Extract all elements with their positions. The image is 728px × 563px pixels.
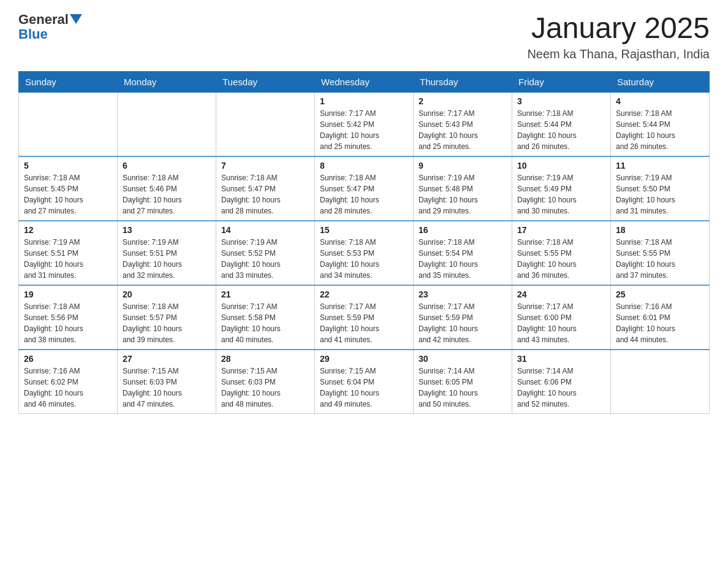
location-subtitle: Neem ka Thana, Rajasthan, India [527,47,710,61]
calendar-day: 24Sunrise: 7:17 AM Sunset: 6:00 PM Dayli… [512,285,611,350]
logo: General Blue [18,12,82,42]
day-header-friday: Friday [512,71,611,92]
day-info: Sunrise: 7:18 AM Sunset: 5:44 PM Dayligh… [517,108,605,152]
day-info: Sunrise: 7:17 AM Sunset: 5:43 PM Dayligh… [419,108,507,152]
calendar-day: 27Sunrise: 7:15 AM Sunset: 6:03 PM Dayli… [118,350,216,414]
day-number: 19 [24,289,112,299]
calendar-day: 21Sunrise: 7:17 AM Sunset: 5:58 PM Dayli… [216,285,315,350]
calendar-day [118,92,216,156]
day-info: Sunrise: 7:15 AM Sunset: 6:03 PM Dayligh… [123,366,211,410]
calendar-header: SundayMondayTuesdayWednesdayThursdayFrid… [19,71,710,92]
day-number: 29 [320,354,408,364]
calendar-day: 8Sunrise: 7:18 AM Sunset: 5:47 PM Daylig… [315,156,414,221]
calendar-day: 17Sunrise: 7:18 AM Sunset: 5:55 PM Dayli… [512,221,611,285]
day-number: 14 [221,225,309,235]
day-number: 8 [320,161,408,170]
day-info: Sunrise: 7:18 AM Sunset: 5:46 PM Dayligh… [123,172,211,216]
day-info: Sunrise: 7:17 AM Sunset: 5:42 PM Dayligh… [320,108,408,152]
calendar-day: 15Sunrise: 7:18 AM Sunset: 5:53 PM Dayli… [315,221,414,285]
day-info: Sunrise: 7:19 AM Sunset: 5:49 PM Dayligh… [517,172,605,216]
day-number: 5 [24,161,112,170]
day-info: Sunrise: 7:18 AM Sunset: 5:47 PM Dayligh… [320,172,408,216]
day-number: 25 [616,289,704,299]
logo-blue-text: Blue [18,26,48,42]
calendar-day: 23Sunrise: 7:17 AM Sunset: 5:59 PM Dayli… [414,285,512,350]
day-number: 26 [24,354,112,364]
day-info: Sunrise: 7:19 AM Sunset: 5:52 PM Dayligh… [221,237,309,281]
day-info: Sunrise: 7:18 AM Sunset: 5:47 PM Dayligh… [221,172,309,216]
day-number: 18 [616,225,704,235]
calendar-day: 25Sunrise: 7:16 AM Sunset: 6:01 PM Dayli… [611,285,710,350]
calendar-day: 31Sunrise: 7:14 AM Sunset: 6:06 PM Dayli… [512,350,611,414]
day-number: 6 [123,161,211,170]
day-header-monday: Monday [118,71,216,92]
day-info: Sunrise: 7:17 AM Sunset: 6:00 PM Dayligh… [517,301,605,345]
day-info: Sunrise: 7:19 AM Sunset: 5:50 PM Dayligh… [616,172,704,216]
day-info: Sunrise: 7:14 AM Sunset: 6:06 PM Dayligh… [517,366,605,410]
day-header-wednesday: Wednesday [315,71,414,92]
day-number: 22 [320,289,408,299]
calendar-week-2: 5Sunrise: 7:18 AM Sunset: 5:45 PM Daylig… [19,156,710,221]
day-info: Sunrise: 7:14 AM Sunset: 6:05 PM Dayligh… [419,366,507,410]
calendar-week-4: 19Sunrise: 7:18 AM Sunset: 5:56 PM Dayli… [19,285,710,350]
day-number: 27 [123,354,211,364]
calendar-day: 26Sunrise: 7:16 AM Sunset: 6:02 PM Dayli… [19,350,118,414]
day-number: 3 [517,96,605,106]
day-number: 17 [517,225,605,235]
day-number: 30 [419,354,507,364]
day-number: 20 [123,289,211,299]
calendar-day: 4Sunrise: 7:18 AM Sunset: 5:44 PM Daylig… [611,92,710,156]
day-info: Sunrise: 7:18 AM Sunset: 5:55 PM Dayligh… [616,237,704,281]
day-info: Sunrise: 7:18 AM Sunset: 5:53 PM Dayligh… [320,237,408,281]
day-number: 28 [221,354,309,364]
day-info: Sunrise: 7:18 AM Sunset: 5:45 PM Dayligh… [24,172,112,216]
day-info: Sunrise: 7:15 AM Sunset: 6:04 PM Dayligh… [320,366,408,410]
day-info: Sunrise: 7:15 AM Sunset: 6:03 PM Dayligh… [221,366,309,410]
day-info: Sunrise: 7:19 AM Sunset: 5:48 PM Dayligh… [419,172,507,216]
day-number: 10 [517,161,605,170]
day-info: Sunrise: 7:16 AM Sunset: 6:01 PM Dayligh… [616,301,704,345]
day-info: Sunrise: 7:19 AM Sunset: 5:51 PM Dayligh… [24,237,112,281]
day-info: Sunrise: 7:19 AM Sunset: 5:51 PM Dayligh… [123,237,211,281]
title-block: January 2025 Neem ka Thana, Rajasthan, I… [527,12,710,61]
day-info: Sunrise: 7:17 AM Sunset: 5:59 PM Dayligh… [320,301,408,345]
day-number: 11 [616,161,704,170]
day-number: 16 [419,225,507,235]
calendar-day: 3Sunrise: 7:18 AM Sunset: 5:44 PM Daylig… [512,92,611,156]
day-number: 23 [419,289,507,299]
day-header-saturday: Saturday [611,71,710,92]
day-number: 13 [123,225,211,235]
day-number: 24 [517,289,605,299]
day-header-tuesday: Tuesday [216,71,315,92]
calendar-day: 12Sunrise: 7:19 AM Sunset: 5:51 PM Dayli… [19,221,118,285]
calendar-day: 5Sunrise: 7:18 AM Sunset: 5:45 PM Daylig… [19,156,118,221]
day-info: Sunrise: 7:17 AM Sunset: 5:58 PM Dayligh… [221,301,309,345]
day-number: 7 [221,161,309,170]
day-header-sunday: Sunday [19,71,118,92]
day-info: Sunrise: 7:18 AM Sunset: 5:44 PM Dayligh… [616,108,704,152]
calendar-table: SundayMondayTuesdayWednesdayThursdayFrid… [18,71,710,414]
calendar-day: 11Sunrise: 7:19 AM Sunset: 5:50 PM Dayli… [611,156,710,221]
calendar-day: 2Sunrise: 7:17 AM Sunset: 5:43 PM Daylig… [414,92,512,156]
calendar-day: 7Sunrise: 7:18 AM Sunset: 5:47 PM Daylig… [216,156,315,221]
day-number: 21 [221,289,309,299]
day-info: Sunrise: 7:16 AM Sunset: 6:02 PM Dayligh… [24,366,112,410]
calendar-day: 30Sunrise: 7:14 AM Sunset: 6:05 PM Dayli… [414,350,512,414]
day-number: 15 [320,225,408,235]
calendar-day [611,350,710,414]
calendar-day: 18Sunrise: 7:18 AM Sunset: 5:55 PM Dayli… [611,221,710,285]
day-number: 2 [419,96,507,106]
day-info: Sunrise: 7:18 AM Sunset: 5:54 PM Dayligh… [419,237,507,281]
day-number: 31 [517,354,605,364]
calendar-day: 16Sunrise: 7:18 AM Sunset: 5:54 PM Dayli… [414,221,512,285]
calendar-week-3: 12Sunrise: 7:19 AM Sunset: 5:51 PM Dayli… [19,221,710,285]
calendar-day: 20Sunrise: 7:18 AM Sunset: 5:57 PM Dayli… [118,285,216,350]
calendar-day: 13Sunrise: 7:19 AM Sunset: 5:51 PM Dayli… [118,221,216,285]
logo-general-text: General [18,12,69,27]
calendar-day: 14Sunrise: 7:19 AM Sunset: 5:52 PM Dayli… [216,221,315,285]
day-number: 1 [320,96,408,106]
calendar-day: 6Sunrise: 7:18 AM Sunset: 5:46 PM Daylig… [118,156,216,221]
day-info: Sunrise: 7:18 AM Sunset: 5:55 PM Dayligh… [517,237,605,281]
page-header: General Blue January 2025 Neem ka Thana,… [18,12,710,61]
calendar-day [19,92,118,156]
